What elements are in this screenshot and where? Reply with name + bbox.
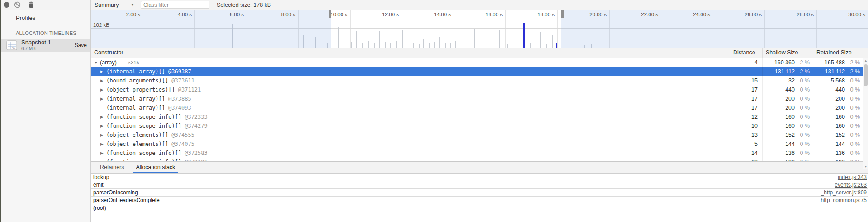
table-row[interactable]: ▼ (array) ×315 4 160 360 2 % 165 488 2 % [91,58,868,67]
table-row[interactable]: ▶ (object elements)[] @374075 5 144 0 % … [91,140,868,149]
allocation-timelines-section-label: ALLOCATION TIMELINES [1,30,90,36]
expander-icon[interactable]: ▶ [100,158,106,161]
expander-icon[interactable]: ▶ [100,121,106,130]
perspective-dropdown[interactable]: Summary ▼ [91,0,137,10]
shallow-value: 136 [763,149,795,158]
column-header-retained-size[interactable]: Retained Size [813,48,863,58]
expander-icon[interactable]: ▶ [100,76,106,85]
table-row[interactable]: ▶ (function scope info)[] @372333 12 160… [91,112,868,121]
shallow-percent: 2 % [795,67,813,76]
stack-frame-row[interactable]: parserOnHeadersComplete _http_common.js:… [91,197,868,204]
vertical-scrollbar[interactable]: ▲ ▼ [863,58,868,169]
frame-source-link[interactable]: _http_common.js:75 [818,197,868,204]
frame-function-name: parserOnIncoming [91,189,821,196]
shallow-percent: 0 % [795,140,813,149]
ruler-gridline [350,10,351,48]
tab-retainers[interactable]: Retainers [97,164,127,173]
table-row[interactable]: ▶ (function scope info)[] @374279 10 160… [91,121,868,130]
stack-frame-row[interactable]: parserOnIncoming _http_server.js:809 [91,189,868,197]
constructor-name: (function scope info)[] [106,121,181,130]
table-row[interactable]: ▶ (function scope info)[] @372583 14 136… [91,149,868,158]
table-row[interactable]: ▶ (internal array)[] @373885 17 200 0 % … [91,94,868,103]
snapshot-save-link[interactable]: Save [75,42,87,48]
shallow-percent: 0 % [795,130,813,140]
constructor-cell: ▶ (object properties)[] @371121 [91,85,730,94]
allocation-bar [362,43,363,48]
allocation-bar [408,43,408,48]
allocation-stack: lookup index.js:343 emit events.js:263 p… [91,174,868,212]
constructor-cell: ▶ (object elements)[] @374555 [91,130,730,140]
ruler-gridline [505,10,506,48]
frame-source-link[interactable]: index.js:343 [838,174,868,181]
retained-size-cell: 440 0 % [813,85,863,94]
selection-grip-right[interactable] [561,10,564,18]
selection-grip-left[interactable] [329,10,331,18]
expander-icon[interactable]: ▶ [100,94,106,103]
ruler-tick-label: 10.00 s [315,12,347,18]
allocation-bar [546,44,547,48]
stack-frame-row[interactable]: (root) [91,204,868,212]
constructor-name: (bound arguments)[] [106,76,168,85]
sidebar-item-snapshot[interactable]: % Snapshot 1 6.7 MB Save [1,39,90,52]
shallow-value: 152 [763,130,795,140]
expander-icon[interactable]: ▶ [100,149,106,158]
expander-icon[interactable]: ▼ [94,58,100,67]
distance-cell: 13 [730,130,763,140]
shallow-size-cell: 200 0 % [763,94,813,103]
delete-profile-button[interactable] [26,0,37,10]
shallow-value: 136 [763,158,795,161]
expander-icon[interactable]: ▶ [100,130,106,140]
shallow-value: 160 [763,121,795,130]
frame-source-link[interactable]: events.js:263 [835,181,868,188]
distance-cell: 5 [730,140,763,149]
allocation-bar [385,42,386,48]
table-row[interactable]: (internal array)[] @374093 17 200 0 % 20… [91,103,868,112]
sidebar: Profiles ALLOCATION TIMELINES % Snapshot… [1,10,91,222]
ruler-tick-label: 18.00 s [522,12,555,18]
grid-header: Constructor Distance Shallow Size Retain… [91,48,868,58]
expander-icon[interactable]: ▶ [100,67,106,76]
tab-allocation-stack[interactable]: Allocation stack [133,164,178,173]
allocation-bar [530,43,531,48]
class-filter-input[interactable] [141,1,209,9]
stack-frame-row[interactable]: emit events.js:263 [91,181,868,189]
allocation-bar [402,30,403,48]
frame-source-link[interactable]: _http_server.js:809 [821,189,868,196]
shallow-value: 131 112 [763,67,795,76]
column-header-shallow-size[interactable]: Shallow Size [763,48,813,58]
expander-icon[interactable]: ▶ [100,112,106,121]
allocation-bar [356,31,357,48]
retained-percent: 2 % [845,67,863,76]
ruler-tick-label: 12.00 s [366,12,399,18]
svg-text:%: % [12,47,15,50]
scroll-up-arrow[interactable]: ▲ [863,58,868,63]
ruler-gridline [454,10,454,48]
table-row[interactable]: ▶ (object properties)[] @371121 17 440 0… [91,85,868,94]
clear-profiles-button[interactable] [12,0,23,10]
table-row[interactable]: ▶ (bound arguments)[] @373611 15 32 0 % … [91,76,868,85]
scrollbar-thumb[interactable] [864,64,868,86]
shallow-size-cell: 144 0 % [763,140,813,149]
column-header-constructor[interactable]: Constructor [91,48,730,58]
table-row[interactable]: ▶ (object elements)[] @374555 13 152 0 %… [91,130,868,140]
scroll-down-arrow[interactable]: ▼ [863,164,868,169]
stack-frame-row[interactable]: lookup index.js:343 [91,174,868,181]
shallow-size-cell: 131 112 2 % [763,67,813,76]
retained-percent: 2 % [845,58,863,67]
table-row[interactable]: ▶ (internal array)[] @369387 – 131 112 2… [91,67,868,76]
timeline-overview[interactable]: 102 kB 2.00 s4.00 s6.00 s8.00 s10.00 s12… [91,10,868,48]
constructor-name: (function scope info)[] [106,112,181,121]
expander-icon[interactable]: ▶ [100,140,106,149]
table-row[interactable]: ▶ (function scope info)[] @372181 13 136… [91,158,868,161]
column-header-distance[interactable]: Distance [730,48,763,58]
constructor-cell: ▶ (bound arguments)[] @373611 [91,76,730,85]
allocation-bar [507,44,508,48]
record-button[interactable] [1,0,12,10]
expander-icon[interactable]: ▶ [100,85,106,94]
object-id: @373611 [171,76,194,85]
shallow-value: 200 [763,103,795,112]
shallow-size-cell: 152 0 % [763,130,813,140]
sidebar-item-profiles[interactable]: Profiles [1,12,90,24]
allocation-bar [390,43,391,48]
constructor-name: (function scope info)[] [106,158,181,161]
